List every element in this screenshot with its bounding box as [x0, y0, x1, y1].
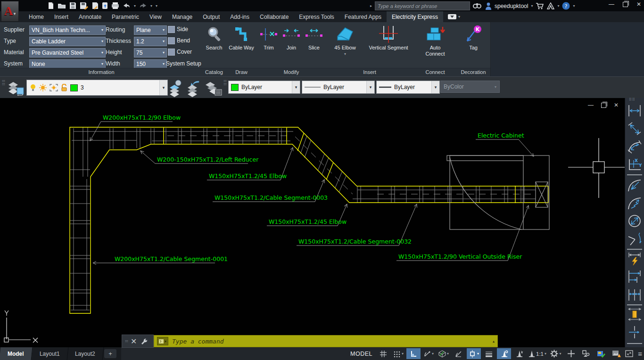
search-button[interactable]: Search: [199, 24, 229, 67]
search-icon[interactable]: [473, 2, 481, 9]
layer-properties-icon[interactable]: [7, 79, 25, 97]
isolate-objects-button[interactable]: [579, 348, 593, 359]
annotation-autoscale-toggle[interactable]: [512, 348, 526, 359]
auto-connect-button[interactable]: Auto Connect: [421, 24, 450, 67]
help-caret-icon[interactable]: ▾: [573, 4, 575, 8]
panel-label-modify[interactable]: Modify: [257, 68, 325, 76]
annotation-scale-button[interactable]: 1:1▾: [527, 348, 548, 359]
tab-output[interactable]: Output: [198, 11, 225, 22]
tab-add-ins[interactable]: Add-ins: [225, 11, 255, 22]
search-collapse-icon[interactable]: ▸: [370, 4, 372, 8]
cable-way-button[interactable]: Cable Way: [227, 24, 256, 67]
drawing-area[interactable]: — ✕: [0, 98, 644, 347]
properties-toolbar-grip[interactable]: ⠿⠿: [223, 80, 225, 86]
system-dropdown[interactable]: None▾: [29, 59, 106, 69]
layer-previous-icon[interactable]: [185, 79, 203, 97]
qat-customize-icon[interactable]: ▾: [156, 4, 157, 8]
diameter-dimension-icon[interactable]: [627, 214, 642, 228]
drawing-minimize-button[interactable]: —: [588, 102, 594, 108]
open-folder-icon[interactable]: [58, 2, 66, 9]
snap-caret-icon[interactable]: ▾: [402, 352, 404, 356]
panel-label-insert[interactable]: Insert: [325, 68, 414, 76]
redo-icon[interactable]: [139, 2, 147, 9]
a360-caret-icon[interactable]: ▾: [557, 4, 559, 8]
command-line-grip[interactable]: ⠿ ✕: [122, 335, 154, 348]
tab-parametric[interactable]: Parametric: [107, 11, 144, 22]
drawing-close-button[interactable]: ✕: [614, 102, 619, 108]
viewport-freeze-icon[interactable]: [50, 84, 58, 91]
user-icon[interactable]: [485, 2, 492, 10]
quick-dimension-icon[interactable]: [627, 252, 642, 266]
panel-label-draw[interactable]: Draw: [225, 68, 257, 76]
polar-caret-icon[interactable]: ▾: [432, 352, 434, 356]
cover-checkbox[interactable]: [168, 49, 175, 56]
app-store-cart-icon[interactable]: [536, 2, 544, 9]
isodraft-toggle[interactable]: ▾: [437, 348, 451, 359]
customization-menu-icon[interactable]: ≡: [638, 350, 642, 358]
a360-icon[interactable]: [547, 2, 554, 9]
object-snap-toggle[interactable]: ▾: [467, 348, 481, 359]
tab-collaborate[interactable]: Collaborate: [255, 11, 294, 22]
print-icon[interactable]: [111, 2, 119, 9]
type-dropdown[interactable]: Cable Ladder▾: [29, 37, 106, 46]
system-setup-button[interactable]: System Setup: [166, 60, 201, 67]
tab-express-tools[interactable]: Express Tools: [294, 11, 339, 22]
trim-button[interactable]: Trim: [258, 24, 280, 67]
clean-screen-media-button[interactable]: !: [609, 348, 623, 359]
tab-electricity-express[interactable]: Electricity Express: [387, 11, 443, 22]
undo-caret-icon[interactable]: ▾: [134, 4, 136, 8]
tab-view[interactable]: View: [144, 11, 167, 22]
osnap-caret-icon[interactable]: ▾: [477, 352, 479, 356]
bend-checkbox[interactable]: [168, 37, 175, 44]
model-space-indicator[interactable]: MODEL: [350, 351, 372, 357]
material-dropdown[interactable]: Pre Gavanized Steel▾: [29, 48, 106, 57]
routing-dropdown[interactable]: Plane▾: [134, 25, 167, 35]
annotation-scale-caret-icon[interactable]: ▾: [545, 352, 546, 356]
annotation-visibility-toggle[interactable]: [497, 348, 511, 359]
search-input[interactable]: Type a keyword or phrase: [375, 1, 470, 10]
make-object-layer-current-icon[interactable]: [168, 79, 185, 97]
undo-icon[interactable]: [123, 2, 131, 9]
layer-unlock-icon[interactable]: [61, 84, 67, 91]
annotation-monitor-button[interactable]: [564, 348, 578, 359]
restore-button[interactable]: [623, 2, 628, 7]
ordinate-dimension-icon[interactable]: XY: [627, 157, 642, 172]
join-button[interactable]: Join: [281, 24, 302, 67]
side-checkbox[interactable]: [168, 26, 175, 33]
supplier-dropdown[interactable]: VN_Bich Hanh Techn...▾: [29, 25, 106, 35]
dimension-toolbar-grip[interactable]: ⠿⠿: [629, 99, 636, 101]
application-menu-button[interactable]: A ▾: [1, 1, 19, 22]
user-menu-caret-icon[interactable]: ▾: [531, 4, 533, 8]
export-icon[interactable]: [91, 2, 99, 9]
viewport-maximize-icon[interactable]: [625, 350, 633, 357]
tab-layout2[interactable]: Layout2: [67, 347, 104, 360]
help-icon[interactable]: ?: [562, 2, 570, 10]
object-color-dropdown[interactable]: ByLayer ▾: [228, 81, 300, 94]
command-close-icon[interactable]: ✕: [131, 337, 137, 346]
tab-insert[interactable]: Insert: [49, 11, 74, 22]
continue-dimension-icon[interactable]: [627, 287, 642, 302]
layer-states-icon[interactable]: [204, 79, 223, 97]
lineweight-dropdown[interactable]: ByLayer ▾: [376, 81, 440, 94]
elbow-45-button[interactable]: 45 Elbow ▾: [328, 24, 362, 67]
layer-on-bulb-icon[interactable]: [30, 84, 36, 91]
workspace-switching-button[interactable]: ▾: [549, 348, 563, 359]
tag-button[interactable]: K Tag: [459, 24, 488, 67]
new-file-icon[interactable]: [47, 2, 54, 9]
snap-toggle[interactable]: ▾: [391, 348, 405, 359]
panel-label-catalog[interactable]: Catalog: [203, 68, 225, 76]
ribbon-display-toggle[interactable]: ▾: [448, 11, 460, 22]
mobile-upload-icon[interactable]: [102, 2, 108, 9]
layer-dropdown-caret-icon[interactable]: ▾: [159, 80, 167, 95]
jogged-dimension-icon[interactable]: [627, 196, 642, 210]
thickness-dropdown[interactable]: 1.2▾: [134, 37, 167, 46]
grid-toggle[interactable]: [376, 348, 390, 359]
panel-label-decoration[interactable]: Decoration: [456, 68, 490, 76]
redo-caret-icon[interactable]: ▾: [150, 4, 152, 8]
command-customize-wrench-icon[interactable]: [140, 338, 147, 344]
save-as-icon[interactable]: [80, 2, 88, 9]
tab-annotate[interactable]: Annotate: [74, 11, 107, 22]
graphics-performance-button[interactable]: [594, 348, 608, 359]
tab-featured-apps[interactable]: Featured Apps: [339, 11, 387, 22]
close-button[interactable]: ✕: [636, 1, 641, 8]
